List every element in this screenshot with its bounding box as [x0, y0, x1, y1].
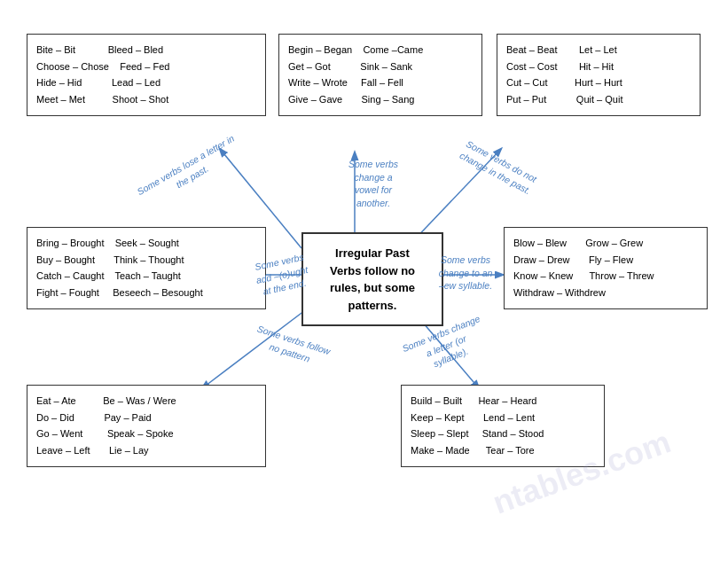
box-mid-left: Bring – Brought Seek – Sought Buy – Boug…	[27, 227, 266, 309]
box-top-left: Bite – Bit Bleed – Bled Choose – Chose F…	[27, 34, 266, 116]
page: Irregular Past Verbs follow no rules, bu…	[0, 0, 728, 562]
box-top-mid: Begin – Began Come –Came Get – Got Sink …	[278, 34, 482, 116]
label-top-right: Some verbs do notchange in the past.	[437, 127, 559, 208]
center-line4: patterns.	[348, 299, 397, 312]
center-line2: Verbs follow no	[330, 264, 415, 277]
box-top-right: Beat – Beat Let – Let Cost – Cost Hit – …	[497, 34, 701, 116]
box-bot-right: Build – Built Hear – Heard Keep – Kept L…	[401, 385, 605, 467]
label-bot-left: Some verbs followno pattern	[241, 319, 342, 374]
center-line1: Irregular Past	[335, 246, 410, 260]
label-top-mid: Some verbschange avowel foranother.	[325, 158, 422, 210]
label-top-left: Some verbs lose a letter in the past.	[132, 130, 245, 210]
box-bot-left: Eat – Ate Be – Was / Were Do – Did Pay –…	[27, 385, 266, 467]
center-line3: rules, but some	[330, 281, 415, 294]
box-mid-right: Blow – Blew Grow – Grew Draw – Drew Fly …	[504, 227, 708, 309]
label-mid-right: Some verbschange to an–ew syllable.	[417, 254, 514, 293]
